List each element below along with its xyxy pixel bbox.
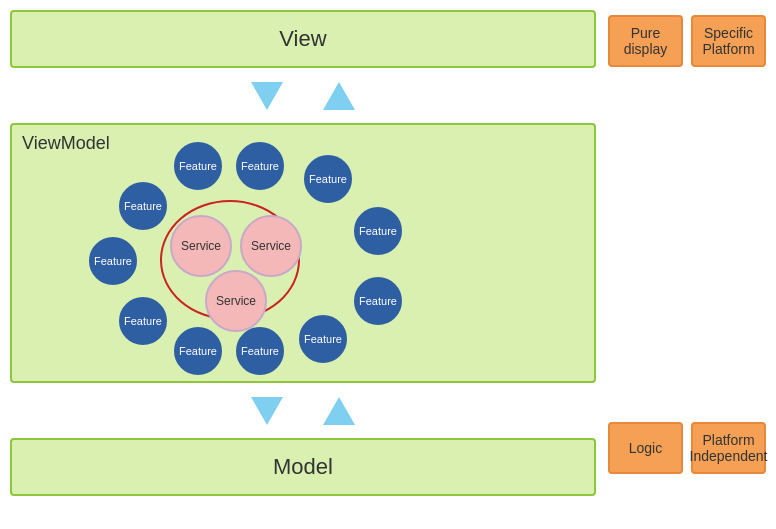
arrow-up-2 — [323, 397, 355, 425]
feature-label: Feature — [179, 345, 217, 357]
pure-display-box: Pure display — [608, 15, 683, 67]
right-column: Pure display Specific Platform Logic Pla… — [606, 10, 766, 519]
feature-label: Feature — [124, 315, 162, 327]
service-label-3: Service — [216, 294, 256, 308]
left-column: View ViewModel Feature Feature — [10, 10, 596, 519]
feature-label: Feature — [241, 160, 279, 172]
service-circle-3: Service — [205, 270, 267, 332]
arrow-up-1 — [323, 82, 355, 110]
feature-label: Feature — [179, 160, 217, 172]
logic-box: Logic — [608, 422, 683, 474]
logic-label: Logic — [629, 440, 662, 456]
right-top-boxes: Pure display Specific Platform — [606, 15, 766, 67]
service-label-2: Service — [251, 239, 291, 253]
feature-circle-right-top: Feature — [352, 205, 404, 257]
model-box: Model — [10, 438, 596, 496]
view-label: View — [279, 26, 326, 51]
feature-circle-top-2: Feature — [234, 140, 286, 192]
view-box: View — [10, 10, 596, 68]
main-container: View ViewModel Feature Feature — [0, 0, 776, 529]
pure-display-label: Pure display — [620, 25, 671, 57]
feature-circle-upper-left: Feature — [117, 180, 169, 232]
feature-circle-left-mid: Feature — [87, 235, 139, 287]
feature-label: Feature — [359, 295, 397, 307]
circle-area: Feature Feature Feature Feature Feature — [12, 125, 594, 381]
viewmodel-box: ViewModel Feature Feature Feature Featur… — [10, 123, 596, 383]
feature-label: Feature — [241, 345, 279, 357]
arrows-viewmodel-to-model — [10, 383, 596, 438]
feature-label: Feature — [124, 200, 162, 212]
feature-label: Feature — [304, 333, 342, 345]
service-label-1: Service — [181, 239, 221, 253]
feature-circle-bottom-2: Feature — [234, 325, 286, 377]
specific-platform-label: Specific Platform — [702, 25, 754, 57]
platform-independent-label: Platform Independent — [690, 432, 768, 464]
feature-circle-top-1: Feature — [172, 140, 224, 192]
arrow-down-2 — [251, 397, 283, 425]
feature-label: Feature — [359, 225, 397, 237]
arrows-view-to-viewmodel — [10, 68, 596, 123]
service-circle-1: Service — [170, 215, 232, 277]
feature-circle-lower-left: Feature — [117, 295, 169, 347]
feature-label: Feature — [309, 173, 347, 185]
arrow-down-1 — [251, 82, 283, 110]
model-label: Model — [273, 454, 333, 479]
platform-independent-box: Platform Independent — [691, 422, 766, 474]
feature-circle-bottom-1: Feature — [172, 325, 224, 377]
right-bottom-boxes: Logic Platform Independent — [606, 422, 766, 514]
feature-label: Feature — [94, 255, 132, 267]
feature-circle-top-right: Feature — [302, 153, 354, 205]
feature-circle-bottom-right: Feature — [297, 313, 349, 365]
service-circle-2: Service — [240, 215, 302, 277]
feature-circle-right-mid: Feature — [352, 275, 404, 327]
specific-platform-box: Specific Platform — [691, 15, 766, 67]
